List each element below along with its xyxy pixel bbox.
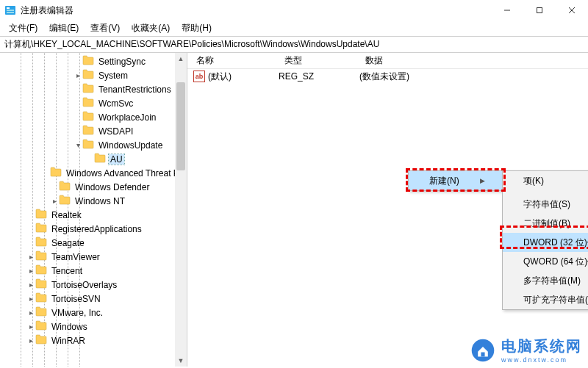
ctx-new-key[interactable]: 项(K) <box>503 171 588 190</box>
folder-icon <box>59 195 74 207</box>
ctx-new-string[interactable]: 字符串值(S) <box>503 195 588 214</box>
tree-node[interactable]: Windows Advanced Threat Protection <box>0 166 187 180</box>
watermark: 电脑系统网 www.dnxtw.com <box>470 336 582 364</box>
folder-icon <box>35 278 50 291</box>
tree-node-label: Windows Defender <box>74 182 151 192</box>
tree-caret-icon[interactable]: ▾ <box>74 141 82 149</box>
folder-icon <box>35 306 50 319</box>
col-data[interactable]: 数据 <box>356 54 588 67</box>
tree-node-label: AU <box>109 154 124 165</box>
menu-view[interactable]: 查看(V) <box>85 21 126 36</box>
list-row[interactable]: ab (默认) REG_SZ (数值未设置) <box>187 69 588 84</box>
tree-node[interactable]: ▸TortoiseOverlays <box>0 278 187 292</box>
folder-icon <box>82 111 97 123</box>
col-type[interactable]: 类型 <box>276 54 356 67</box>
tree-caret-icon[interactable]: ▸ <box>26 322 35 331</box>
col-name[interactable]: 名称 <box>187 54 276 67</box>
tree-caret-icon[interactable]: ▸ <box>26 253 35 261</box>
tree-node[interactable]: ▸Windows NT <box>0 194 187 208</box>
ctx-new-expandstring[interactable]: 可扩充字符串值(E) <box>503 290 588 309</box>
tree-node[interactable]: ▸Tencent <box>0 264 187 278</box>
tree-node[interactable]: ▾WindowsUpdate <box>0 138 187 152</box>
menubar: 文件(F) 编辑(E) 查看(V) 收藏夹(A) 帮助(H) <box>0 21 588 37</box>
tree-node-label: WindowsUpdate <box>97 140 164 151</box>
scroll-down-icon[interactable]: ▼ <box>175 355 187 367</box>
minimize-button[interactable] <box>491 0 523 21</box>
folder-icon <box>35 209 50 221</box>
menu-file[interactable]: 文件(F) <box>3 21 43 36</box>
tree-node[interactable]: AU <box>0 152 187 166</box>
menu-edit[interactable]: 编辑(E) <box>43 21 85 36</box>
main-area: SettingSync▸SystemTenantRestrictionsWcmS… <box>0 53 588 367</box>
folder-icon <box>82 139 97 151</box>
svg-rect-9 <box>481 352 484 356</box>
tree-node[interactable]: WorkplaceJoin <box>0 110 187 124</box>
folder-icon <box>35 237 50 249</box>
tree-node[interactable]: TenantRestrictions <box>0 82 187 96</box>
tree-node[interactable]: Seagate <box>0 236 187 250</box>
tree-node-label: TeamViewer <box>50 252 101 262</box>
ctx-new-dword[interactable]: DWORD (32 位)值(D) <box>503 233 588 252</box>
ctx-new-binary[interactable]: 二进制值(B) <box>503 214 588 233</box>
tree-node-label: Windows Advanced Threat Protection <box>65 168 187 178</box>
tree-node[interactable]: ▸Windows <box>0 320 187 333</box>
folder-icon <box>35 223 50 235</box>
scroll-up-icon[interactable]: ▲ <box>175 53 187 65</box>
folder-icon <box>82 97 97 109</box>
maximize-button[interactable] <box>523 0 556 21</box>
tree-node-label: RegisteredApplications <box>50 224 143 234</box>
svg-rect-5 <box>537 8 542 13</box>
tree-node-label: Windows <box>50 322 89 332</box>
menu-help[interactable]: 帮助(H) <box>176 21 218 36</box>
tree-node[interactable]: SettingSync <box>0 54 187 68</box>
tree-node-label: WorkplaceJoin <box>97 112 157 123</box>
folder-icon <box>94 153 109 165</box>
tree-node[interactable]: ▸TeamViewer <box>0 250 187 264</box>
ctx-new-qword[interactable]: QWORD (64 位)值(Q) <box>503 252 588 271</box>
tree-node-label: TortoiseOverlays <box>50 280 118 290</box>
ctx-new[interactable]: 新建(N) ▶ <box>409 171 503 190</box>
folder-icon <box>82 55 97 68</box>
tree-caret-icon[interactable]: ▸ <box>26 309 35 317</box>
folder-icon <box>35 264 50 277</box>
tree-caret-icon[interactable]: ▸ <box>74 71 82 79</box>
ctx-new-multistring[interactable]: 多字符串值(M) <box>503 271 588 290</box>
tree-caret-icon[interactable]: ▸ <box>26 281 35 289</box>
tree-node-label: WcmSvc <box>97 98 135 109</box>
window-title: 注册表编辑器 <box>21 4 491 17</box>
address-path: 计算机\HKEY_LOCAL_MACHINE\SOFTWARE\Policies… <box>4 38 379 51</box>
tree-node-label: Windows NT <box>74 196 126 206</box>
svg-rect-3 <box>7 12 14 13</box>
tree-node[interactable]: ▸VMware, Inc. <box>0 306 187 320</box>
string-value-icon: ab <box>193 71 205 82</box>
value-data: (数值未设置) <box>359 71 588 83</box>
tree-node[interactable]: ▸WinRAR <box>0 333 187 347</box>
folder-icon <box>82 125 97 137</box>
tree-node[interactable]: ▸TortoiseSVN <box>0 292 187 306</box>
tree-node[interactable]: RegisteredApplications <box>0 222 187 236</box>
tree-caret-icon[interactable]: ▸ <box>26 336 35 344</box>
scroll-thumb[interactable] <box>176 82 185 170</box>
tree-node-label: TenantRestrictions <box>97 84 173 95</box>
registry-tree[interactable]: SettingSync▸SystemTenantRestrictionsWcmS… <box>0 53 187 367</box>
tree-node-label: TortoiseSVN <box>50 294 102 304</box>
address-bar[interactable]: 计算机\HKEY_LOCAL_MACHINE\SOFTWARE\Policies… <box>0 37 588 53</box>
tree-node[interactable]: Realtek <box>0 208 187 222</box>
tree-caret-icon[interactable]: ▸ <box>26 267 35 275</box>
regedit-icon <box>4 4 16 16</box>
tree-caret-icon[interactable]: ▸ <box>26 295 35 303</box>
close-button[interactable] <box>556 0 588 21</box>
tree-node-label: Realtek <box>50 210 83 220</box>
tree-node-label: Tencent <box>50 266 84 276</box>
tree-caret-icon[interactable]: ▸ <box>50 197 59 205</box>
tree-node-label: WSDAPI <box>97 126 135 137</box>
tree-scrollbar[interactable]: ▲ ▼ <box>175 53 187 367</box>
tree-node[interactable]: WSDAPI <box>0 124 187 138</box>
tree-node[interactable]: WcmSvc <box>0 96 187 110</box>
folder-icon <box>82 83 97 95</box>
tree-node-label: WinRAR <box>50 336 87 346</box>
folder-icon <box>35 320 50 333</box>
tree-node[interactable]: ▸System <box>0 68 187 82</box>
tree-node[interactable]: Windows Defender <box>0 180 187 194</box>
menu-favorites[interactable]: 收藏夹(A) <box>126 21 176 36</box>
